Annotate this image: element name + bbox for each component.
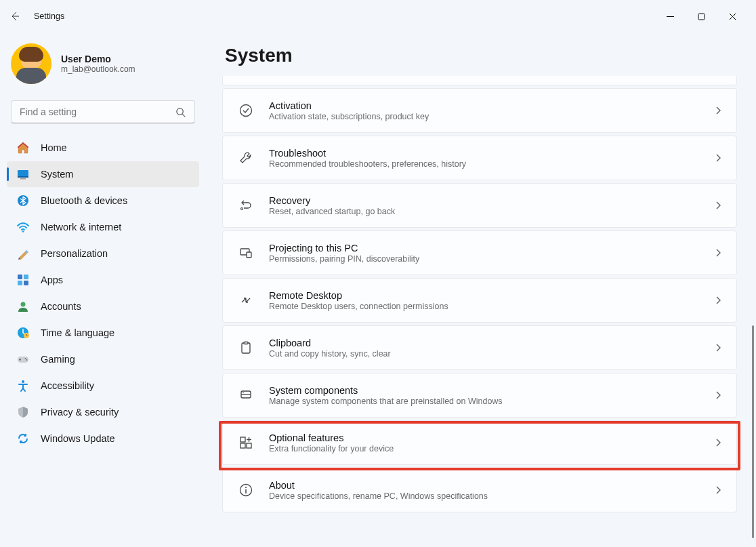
svg-rect-21 [247,252,251,258]
main-content: System ActivationActivation state, subsc… [210,33,756,547]
gaming-icon [16,352,30,366]
svg-rect-27 [240,443,245,448]
sidebar-item-gaming[interactable]: Gaming [7,346,199,372]
sidebar-item-label: Home [41,142,67,153]
chevron-right-icon [713,201,723,210]
sidebar-item-bluetooth[interactable]: Bluetooth & devices [7,188,199,214]
activation-icon [238,102,254,119]
avatar [11,43,51,84]
svg-rect-7 [18,275,22,279]
card-cutoff-previous[interactable] [222,76,737,85]
svg-point-11 [21,302,26,307]
sidebar-item-label: Privacy & security [41,407,119,418]
svg-rect-26 [240,437,245,442]
chevron-right-icon [713,438,723,447]
sidebar-item-accessibility[interactable]: Accessibility [7,373,199,399]
apps-icon [16,273,30,287]
card-optional-features[interactable]: Optional featuresExtra functionality for… [222,420,737,465]
minimize-button[interactable] [654,5,686,27]
bluetooth-icon [16,194,30,207]
svg-point-15 [25,358,26,359]
sidebar-item-label: Network & internet [41,222,121,232]
sidebar-item-apps[interactable]: Apps [7,267,199,293]
profile-email: m_lab@outlook.com [61,64,135,74]
svg-rect-9 [18,281,22,285]
troubleshoot-icon [238,150,254,166]
svg-rect-3 [18,176,28,178]
svg-rect-8 [24,275,28,279]
card-clipboard[interactable]: ClipboardCut and copy history, sync, cle… [222,325,737,370]
chevron-right-icon [713,106,723,115]
svg-point-25 [243,392,244,394]
accessibility-icon [16,379,30,392]
sidebar-item-label: Bluetooth & devices [41,195,127,206]
system-components-icon [238,387,254,403]
personalization-icon [16,247,30,260]
recovery-icon [238,197,254,214]
card-title: About [269,480,698,491]
svg-rect-22 [242,343,250,353]
sidebar-item-label: Apps [41,275,63,285]
chevron-right-icon [713,248,723,258]
card-title: Optional features [269,432,698,443]
card-remote-desktop[interactable]: Remote DesktopRemote Desktop users, conn… [222,278,737,323]
projecting-icon [238,245,254,261]
sidebar-item-label: Time & language [41,327,114,338]
svg-point-18 [240,105,252,117]
remote-desktop-icon [238,292,254,308]
sidebar-item-label: Gaming [41,354,75,365]
search-icon[interactable] [171,100,190,123]
card-title: Troubleshoot [269,148,698,159]
card-subtitle: Reset, advanced startup, go back [269,207,698,216]
card-title: Remote Desktop [269,290,698,301]
titlebar: Settings [0,0,756,33]
card-title: System components [269,385,698,396]
svg-rect-0 [698,14,705,20]
about-icon [238,482,254,498]
svg-point-16 [26,359,28,361]
card-subtitle: Remote Desktop users, connection permiss… [269,302,698,311]
system-icon [16,167,30,181]
back-button[interactable] [8,9,22,23]
sidebar-item-system[interactable]: System [7,161,199,187]
svg-point-30 [245,487,247,488]
card-system-components[interactable]: System componentsManage system component… [222,373,737,418]
sidebar-item-personalization[interactable]: Personalization [7,241,199,266]
clipboard-icon [238,340,254,356]
maximize-button[interactable] [686,5,717,27]
card-subtitle: Manage system components that are preins… [269,397,698,406]
svg-point-1 [176,108,182,114]
profile-name: User Demo [61,54,135,64]
card-subtitle: Cut and copy history, sync, clear [269,349,698,359]
card-about[interactable]: AboutDevice specifications, rename PC, W… [222,468,737,512]
chevron-right-icon [713,343,723,352]
search-input[interactable] [11,100,195,123]
sidebar-item-accounts[interactable]: Accounts [7,293,199,319]
sidebar-item-label: Personalization [41,248,108,259]
chevron-right-icon [713,296,723,305]
profile-block[interactable]: User Demo m_lab@outlook.com [4,41,202,96]
sidebar-item-update[interactable]: Windows Update [7,426,199,451]
card-activation[interactable]: ActivationActivation state, subscription… [222,88,737,133]
card-troubleshoot[interactable]: TroubleshootRecommended troubleshooters,… [222,136,737,180]
sidebar-item-time[interactable]: Time & language [7,320,199,346]
page-title: System [225,45,737,66]
svg-rect-23 [244,342,248,344]
svg-point-6 [22,230,24,232]
sidebar-item-home[interactable]: Home [7,135,199,161]
sidebar-item-privacy[interactable]: Privacy & security [7,399,199,425]
sidebar-item-network[interactable]: Network & internet [7,214,199,240]
card-projecting[interactable]: Projecting to this PCPermissions, pairin… [222,230,737,275]
chevron-right-icon [713,390,723,400]
svg-point-19 [241,208,243,210]
card-title: Projecting to this PC [269,243,698,254]
chevron-right-icon [713,153,723,163]
accounts-icon [16,300,30,313]
close-button[interactable] [717,5,748,27]
privacy-icon [16,405,30,419]
card-recovery[interactable]: RecoveryReset, advanced startup, go back [222,183,737,228]
app-title: Settings [34,12,64,21]
scrollbar-thumb[interactable] [752,325,754,538]
time-icon [16,326,30,340]
sidebar-item-label: System [41,169,73,180]
